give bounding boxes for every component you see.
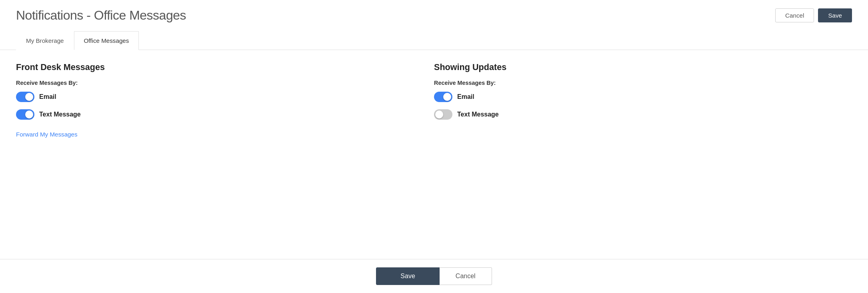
showing-updates-text-thumb (435, 110, 443, 118)
tab-office-messages[interactable]: Office Messages (74, 31, 139, 50)
front-desk-text-thumb (25, 110, 33, 118)
front-desk-title: Front Desk Messages (16, 62, 426, 72)
front-desk-text-row: Text Message (16, 109, 426, 120)
save-button-top[interactable]: Save (818, 8, 852, 22)
cancel-button-top[interactable]: Cancel (775, 8, 814, 22)
front-desk-text-toggle[interactable] (16, 109, 34, 120)
content-grid: Front Desk Messages Receive Messages By:… (16, 62, 852, 138)
showing-updates-receive-label: Receive Messages By: (434, 80, 844, 86)
front-desk-email-thumb (25, 93, 33, 101)
page-wrapper: Notifications - Office Messages Cancel S… (0, 0, 868, 293)
page-title: Notifications - Office Messages (16, 8, 186, 23)
showing-updates-text-label: Text Message (457, 111, 499, 118)
forward-messages-link[interactable]: Forward My Messages (16, 131, 78, 138)
header-actions: Cancel Save (775, 8, 852, 22)
front-desk-email-label: Email (39, 93, 56, 100)
footer: Save Cancel (0, 259, 868, 293)
front-desk-section: Front Desk Messages Receive Messages By:… (16, 62, 434, 138)
showing-updates-title: Showing Updates (434, 62, 844, 72)
showing-updates-section: Showing Updates Receive Messages By: Ema… (434, 62, 852, 138)
main-content: Front Desk Messages Receive Messages By:… (0, 50, 868, 259)
showing-updates-email-thumb (443, 93, 451, 101)
showing-updates-email-toggle[interactable] (434, 92, 452, 102)
tab-my-brokerage[interactable]: My Brokerage (16, 31, 74, 50)
cancel-button-bottom[interactable]: Cancel (440, 267, 492, 285)
front-desk-receive-label: Receive Messages By: (16, 80, 426, 86)
showing-updates-text-row: Text Message (434, 109, 844, 120)
header: Notifications - Office Messages Cancel S… (0, 0, 868, 31)
tabs-bar: My Brokerage Office Messages (0, 31, 868, 50)
front-desk-text-label: Text Message (39, 111, 81, 118)
front-desk-email-row: Email (16, 92, 426, 102)
save-button-bottom[interactable]: Save (376, 267, 439, 285)
front-desk-email-toggle[interactable] (16, 92, 34, 102)
showing-updates-email-row: Email (434, 92, 844, 102)
showing-updates-text-toggle[interactable] (434, 109, 452, 120)
showing-updates-email-label: Email (457, 93, 474, 100)
